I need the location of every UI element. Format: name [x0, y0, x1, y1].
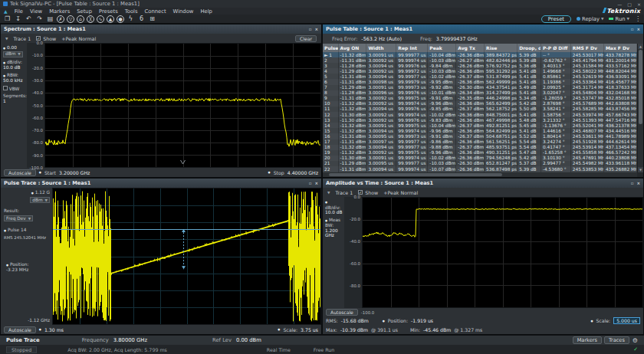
run-button[interactable]: Run▼ [609, 16, 629, 22]
table-row[interactable]: 9-11.31 dBm3.00092 us99.99975 us-9.91 dB… [323, 96, 637, 101]
menu-tools[interactable]: Tools [125, 8, 138, 15]
menu-connect[interactable]: Connect [144, 8, 166, 15]
rbw-field[interactable]: ● RBW:50.0 kHz [3, 73, 25, 84]
show-checkbox[interactable]: ✓ Show [358, 190, 378, 195]
table-row[interactable]: 19-11.32 dBm3.00092 us99.99975 us-9.96 d… [323, 150, 637, 156]
frequency-value[interactable]: 3.80000 GHz [113, 337, 147, 343]
bolt-icon[interactable]: ϟ [127, 15, 135, 23]
spectrum-plot[interactable] [44, 43, 321, 168]
close-icon[interactable]: × [314, 27, 318, 31]
cancel-circle-icon[interactable]: ✗ [57, 15, 64, 23]
table-row[interactable]: 5-11.31 dBm3.00094 us99.99977 us-10.02 d… [323, 74, 637, 79]
table-row[interactable]: 10-11.32 dBm3.00092 us99.99974 us-9.96 d… [323, 101, 637, 107]
column-header[interactable]: Avg Tx [456, 44, 485, 52]
clear-button[interactable]: Clear [295, 35, 317, 42]
play-circle-icon[interactable]: ▲ [107, 15, 114, 23]
trace-selector[interactable]: Trace 1 [13, 36, 31, 41]
spectrum-header[interactable]: Spectrum : Source 1 : Meas1 ▫ × [1, 25, 321, 34]
scroll-down-icon[interactable]: ▼ [638, 167, 643, 172]
undo-icon[interactable]: ↶ [25, 15, 33, 23]
table-row[interactable]: 22-11.31 dBm3.00094 us99.99974 us-10.07 … [323, 166, 637, 172]
start-freq-value[interactable]: 3.20000 GHz [59, 170, 90, 175]
x-position-value[interactable]: 1.30 ms [44, 327, 64, 333]
table-row[interactable]: 17-11.31 dBm3.00097 us99.99977 us-9.86 d… [323, 139, 637, 145]
pin-icon[interactable]: ▫ [309, 27, 312, 31]
print-icon[interactable]: ▤ [46, 15, 54, 23]
table-row[interactable]: 4-11.29 dBm3.00092 us99.99972 us-10.03 d… [323, 68, 637, 74]
close-icon[interactable]: × [636, 27, 640, 31]
column-header[interactable]: Width [366, 44, 396, 52]
preset-button[interactable]: Preset [541, 15, 571, 23]
table-row[interactable]: 3-11.28 dBm3.00094 us99.99976 us-9.84 dB… [323, 63, 637, 68]
close-icon[interactable]: × [637, 2, 641, 7]
column-header[interactable]: Max F Dv [604, 44, 637, 52]
connect-icon[interactable]: 6 [137, 15, 146, 23]
table-row[interactable]: 18-11.32 dBm3.00094 us99.99977 us-9.88 d… [323, 145, 637, 150]
menu-setup[interactable]: Setup [77, 8, 92, 15]
trace-selector[interactable]: Trace 1 [335, 190, 353, 195]
menu-presets[interactable]: Presets [99, 8, 118, 15]
db-div-field[interactable]: ● dB/div:10.0 dB [325, 199, 343, 215]
minimize-icon[interactable]: — [617, 2, 622, 7]
table-row[interactable]: 14-11.32 dBm3.00091 us99.99975 us-10.04 … [323, 123, 637, 128]
vertical-scrollbar[interactable]: ▲ ▼ [637, 44, 643, 172]
scale-value[interactable]: 5.000 us [613, 317, 640, 324]
pin-icon[interactable]: ▫ [309, 181, 312, 185]
table-row[interactable]: 11-11.32 dBm3.00094 us99.99976 us-9.85 d… [323, 107, 637, 112]
gear-icon[interactable]: ⚙ [632, 337, 638, 344]
table-row[interactable]: 8-11.28 dBm3.00096 us99.99976 us-10.01 d… [323, 90, 637, 96]
y-unit-selector[interactable]: dBm▼ [30, 197, 50, 203]
y-top-value[interactable]: ● 1.12 G [31, 190, 50, 196]
menu-markers[interactable]: Markers [49, 8, 70, 15]
column-header[interactable]: Peak [428, 44, 456, 52]
result-selector[interactable]: Freq Dev▼ [4, 215, 33, 221]
redo-icon[interactable]: ↷ [35, 15, 44, 23]
table-row[interactable]: 15-11.32 dBm3.00094 us99.99974 us-9.96 d… [323, 128, 637, 133]
home-circle-icon[interactable]: ⌂ [77, 15, 84, 23]
app-menu-icon[interactable]: ▲ [4, 8, 8, 14]
layout-grid-icon[interactable]: ⊞ [148, 15, 156, 23]
column-header[interactable]: Pulse # [323, 44, 339, 52]
context-label[interactable]: Pulse Trace [6, 337, 40, 343]
pulse-table-header[interactable]: Pulse Table : Source 1 : Meas1 ▫ × [323, 25, 643, 34]
amp-plot[interactable] [362, 197, 643, 308]
shield-circle-icon[interactable]: ▽ [67, 15, 74, 23]
tools-circle-icon[interactable]: ╳ [87, 15, 94, 23]
table-row[interactable]: 2-11.31 dBm3.00092 us99.99974 us-10.03 d… [323, 57, 637, 63]
column-header[interactable]: P-P Ø Diff [541, 44, 571, 52]
autoscale-button[interactable]: Autoscale [326, 309, 358, 316]
pulse-selector[interactable]: ● Pulse 14 [4, 228, 26, 234]
column-header[interactable]: Droop, dB [518, 44, 541, 52]
table-row[interactable]: 6-11.31 dBm3.00098 us99.99979 us-9.95 dB… [323, 79, 637, 84]
stop-freq-value[interactable]: 4.40000 GHz [288, 170, 318, 175]
close-icon[interactable]: × [636, 181, 640, 185]
db-div-field[interactable]: ● dB/div:10.0 dB [3, 60, 25, 70]
column-header[interactable]: RMS F Dv [571, 44, 604, 52]
table-row[interactable]: 16-11.31 dBm3.00095 us99.99973 us-9.91 d… [323, 133, 637, 139]
column-header[interactable]: Rep Int [396, 44, 428, 52]
amplitude-vs-time-header[interactable]: Amplitude vs Time : Source 1 : Meas1 ▫ × [323, 179, 643, 188]
table-row[interactable]: ► 1-11.32 dBm3.00091 us99.99977 us-10.04… [323, 52, 637, 57]
meas-bw-field[interactable]: ● Meas BW:1.200 GHz [325, 218, 343, 238]
pulse-trace-header[interactable]: Pulse Trace : Source 1 : Meas1 ▫ × [1, 179, 321, 188]
table-row[interactable]: 7-11.29 dBm3.00091 us99.99973 us-9.92 dB… [323, 85, 637, 90]
pin-icon[interactable]: ▫ [631, 27, 634, 31]
save-icon[interactable]: ↧ [14, 15, 22, 23]
autoscale-button[interactable]: Autoscale [4, 326, 36, 333]
table-row[interactable]: 20-11.30 dBm3.00091 us99.99974 us-10.02 … [323, 156, 637, 161]
column-header[interactable]: Avg ON [339, 44, 367, 52]
more-menu-icon[interactable]: ⋮ [635, 15, 641, 22]
ref-lev-value[interactable]: 0.00 dBm [236, 337, 261, 343]
table-row[interactable]: 21-11.29 dBm3.00095 us99.99977 us-10.03 … [323, 161, 637, 166]
pin-icon[interactable]: ▫ [631, 181, 634, 185]
traces-button[interactable]: Traces [604, 336, 629, 344]
waveform-circle-icon[interactable]: ∿ [97, 15, 104, 23]
maximize-icon[interactable]: ▢ [627, 2, 632, 7]
horizontal-scrollbar[interactable] [323, 172, 637, 177]
position-value[interactable]: -1.919 us [411, 318, 433, 323]
markers-button[interactable]: Markers [573, 336, 602, 344]
table-row[interactable]: 12-11.30 dBm3.00092 us99.99974 us-10.02 … [323, 112, 637, 117]
record-circle-icon[interactable]: ● [117, 15, 124, 23]
scrollbar-thumb[interactable] [639, 50, 642, 124]
menu-view[interactable]: View [30, 8, 42, 15]
